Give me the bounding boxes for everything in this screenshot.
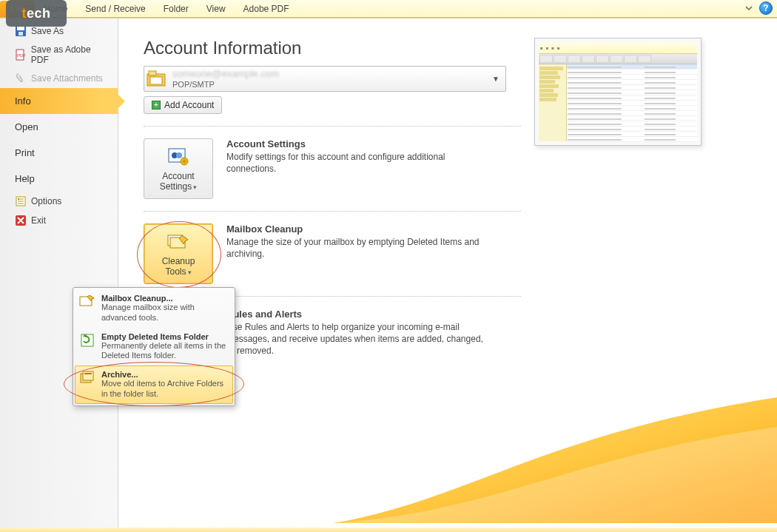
add-account-button[interactable]: + Add Account (144, 96, 222, 114)
save-icon (15, 25, 27, 37)
menu-item-title: Empty Deleted Items Folder (101, 332, 229, 341)
account-dropdown[interactable]: someone@example.com POP/SMTP ▼ (144, 66, 506, 92)
separator (144, 126, 521, 127)
account-email-blurred: someone@example.com (172, 68, 488, 80)
svg-rect-1 (17, 27, 24, 30)
ribbon-tab-send-receive[interactable]: Send / Receive (76, 1, 154, 17)
cleanup-tools-button[interactable]: CleanupTools▾ (144, 223, 213, 284)
menu-item-desc: Permanently delete all items in the Dele… (101, 341, 229, 362)
section-body: Manage the size of your mailbox by empty… (226, 236, 493, 260)
backstage-content: Account Information someone@example.com … (118, 18, 777, 528)
sidebar-item-print[interactable]: Print (0, 140, 118, 166)
account-settings-button[interactable]: AccountSettings▾ (144, 138, 213, 199)
sidebar-item-label: Save Attachments (31, 73, 103, 84)
svg-rect-13 (150, 77, 162, 84)
section-account-settings: AccountSettings▾ Account Settings Modify… (144, 138, 521, 199)
sidebar-item-info[interactable]: Info (0, 88, 118, 114)
svg-text:PDF: PDF (17, 53, 26, 58)
ribbon-tab-view[interactable]: View (198, 1, 235, 17)
sidebar-item-label: Options (31, 196, 61, 206)
account-folder-icon (146, 68, 168, 89)
backstage-sidebar: Save As PDF Save as Adobe PDF Save Attac… (0, 18, 118, 528)
menu-item-desc: Manage mailbox size with advanced tools. (101, 303, 229, 323)
sidebar-item-label: Info (15, 95, 31, 107)
caret-down-icon: ▾ (193, 183, 197, 191)
section-body: Use Rules and Alerts to help organize yo… (226, 321, 493, 357)
menu-item-desc: Move old items to Archive Folders in the… (101, 379, 229, 400)
minimize-ribbon-icon[interactable] (743, 2, 755, 14)
account-type-label: POP/SMTP (172, 80, 488, 90)
cleanup-tools-icon (166, 231, 191, 253)
sidebar-item-open[interactable]: Open (0, 114, 118, 140)
menu-item-title: Mailbox Cleanup... (101, 294, 229, 303)
section-heading: Account Settings (226, 138, 493, 149)
sidebar-item-exit[interactable]: Exit (0, 211, 118, 230)
menu-item-archive[interactable]: Archive... Move old items to Archive Fol… (75, 366, 233, 404)
svg-rect-24 (84, 373, 92, 374)
recycle-icon (79, 332, 95, 349)
sidebar-item-label: Print (15, 147, 35, 158)
section-mailbox-cleanup: CleanupTools▾ Mailbox Cleanup Manage the… (144, 223, 521, 284)
page-title: Account Information (144, 38, 521, 58)
cleanup-tools-menu: Mailbox Cleanup... Manage mailbox size w… (73, 287, 235, 406)
archive-icon (79, 370, 95, 386)
sidebar-item-save-attachments: Save Attachments (0, 69, 118, 88)
ribbon-tab-adobe-pdf[interactable]: Adobe PDF (235, 1, 298, 17)
help-icon[interactable]: ? (759, 1, 773, 15)
mailbox-preview-thumbnail: ■■■■ (534, 38, 702, 146)
svg-rect-12 (149, 71, 156, 75)
sidebar-item-label: Exit (31, 215, 46, 226)
svg-point-16 (176, 152, 182, 158)
sidebar-item-options[interactable]: Options (0, 192, 118, 211)
section-body: Modify settings for this account and con… (226, 151, 493, 175)
account-settings-icon (166, 146, 191, 168)
mailbox-cleanup-icon (79, 294, 95, 310)
watermark-logo: tech (6, 0, 67, 27)
add-account-label: Add Account (164, 100, 214, 110)
svg-point-9 (18, 198, 19, 200)
attachment-icon (15, 73, 27, 84)
options-icon (15, 195, 27, 207)
window-footer-strip (0, 528, 777, 532)
pdf-icon: PDF (15, 49, 27, 61)
sidebar-item-label: Help (15, 173, 35, 184)
caret-down-icon: ▾ (188, 269, 192, 276)
sidebar-item-label: Save as Adobe PDF (31, 44, 110, 65)
sidebar-item-help[interactable]: Help (0, 166, 118, 192)
sidebar-item-label: Open (15, 121, 38, 132)
dropdown-arrow-icon: ▼ (492, 75, 502, 83)
svg-rect-23 (83, 371, 93, 380)
menu-item-mailbox-cleanup[interactable]: Mailbox Cleanup... Manage mailbox size w… (75, 289, 233, 328)
exit-icon (15, 215, 27, 226)
separator (144, 211, 521, 212)
sidebar-item-label: Save As (31, 26, 64, 36)
menu-item-title: Archive... (101, 370, 229, 379)
ribbon-tab-folder[interactable]: Folder (155, 1, 198, 17)
ribbon-tabs-bar: File Home Send / Receive Folder View Ado… (0, 0, 777, 18)
section-heading: Mailbox Cleanup (226, 223, 493, 235)
plus-icon: + (152, 101, 161, 110)
section-heading: Rules and Alerts (226, 309, 493, 320)
menu-item-empty-deleted[interactable]: Empty Deleted Items Folder Permanently d… (75, 328, 233, 366)
sidebar-item-save-adobe[interactable]: PDF Save as Adobe PDF (0, 41, 118, 69)
svg-rect-2 (18, 32, 23, 36)
